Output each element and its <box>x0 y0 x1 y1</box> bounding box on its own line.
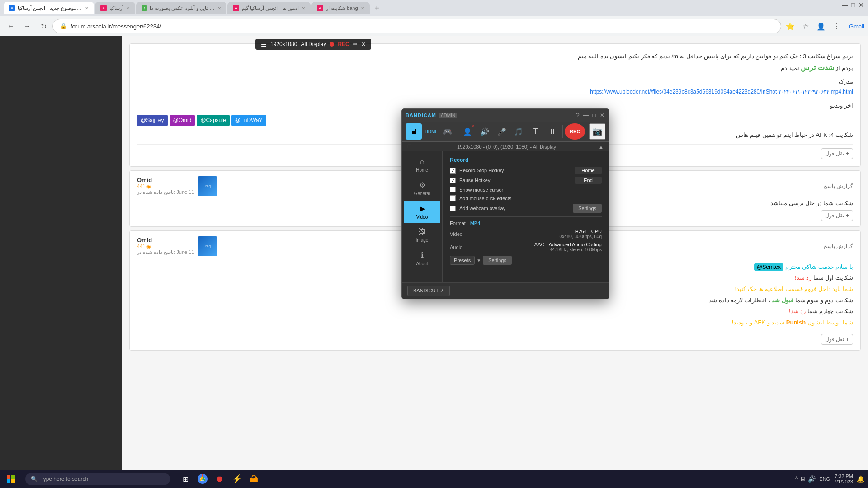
quote-button-reply1[interactable]: + نقل قول <box>821 210 853 221</box>
user-tag-sajjley[interactable]: SajjLey@ <box>137 115 168 127</box>
bdc-pause-btn[interactable]: ⏸ <box>544 123 561 140</box>
tab-2[interactable]: A آرساکیا ✕ <box>95 2 135 14</box>
tab-5[interactable]: A شکایت از bang ✕ <box>311 2 370 14</box>
format-settings-btn[interactable]: Settings <box>483 256 512 265</box>
taskbar-speaker-icon[interactable]: 🔊 <box>808 475 816 483</box>
tab-favicon-5: A <box>317 5 323 11</box>
nav-item-image[interactable]: 🖼 Image <box>404 224 440 246</box>
taskbar-rec-app[interactable]: ⏺ <box>212 471 228 487</box>
nav-about-label: About <box>416 261 428 266</box>
nav-image-label: Image <box>416 238 429 243</box>
nav-item-about[interactable]: ℹ About <box>404 247 440 270</box>
bdc-game-btn[interactable]: 🎮 <box>439 123 456 140</box>
tab-close-5[interactable]: ✕ <box>361 6 364 11</box>
presets-chevron-icon[interactable]: ▼ <box>476 258 481 263</box>
bdc-audio-btn[interactable]: 🎵 <box>510 123 527 140</box>
colored-line6: شما توسط ایشون Punish شدید و AFK و نبودن… <box>137 317 853 328</box>
bdc-webcam-btn[interactable]: 👤 ✕ <box>460 123 476 140</box>
tab-close-2[interactable]: ✕ <box>126 6 130 11</box>
win-close-btn[interactable]: ✕ <box>858 2 864 8</box>
window-controls: — □ ✕ <box>842 2 864 8</box>
bdc-screen-btn[interactable]: 🖥 <box>406 123 422 140</box>
reply-2-date: پاسخ داده شده در: June 11 <box>137 249 194 255</box>
new-tab-button[interactable]: + <box>371 2 383 14</box>
taskbar-unknown-app[interactable]: ⚡ <box>229 471 245 487</box>
record-hotkey-row: Record/Stop Hotkey Home <box>450 167 602 174</box>
taskbar-multitasking-btn[interactable]: ⊞ <box>177 471 193 487</box>
reply-1-date: پاسخ داده شده در: June 11 <box>137 189 194 195</box>
bandicam-body: ⌂ Home ⚙ General ▶ Video 🖼 Image ℹ About… <box>402 151 609 282</box>
taskbar-notification-icon[interactable]: 🔔 <box>857 475 864 483</box>
tab-close-1[interactable]: ✕ <box>85 6 89 11</box>
bandicam-titlebar: BANDICAM ADMIN ? — □ ✕ <box>402 109 609 122</box>
webcam-settings-btn[interactable]: Settings <box>573 204 602 213</box>
nav-item-home[interactable]: ⌂ Home <box>404 154 440 176</box>
taskbar-search-box[interactable]: 🔍 Type here to search <box>25 473 170 485</box>
bdc-text-btn[interactable]: T <box>528 123 544 140</box>
rec-dot <box>330 42 334 47</box>
presets-button[interactable]: Presets <box>450 256 475 265</box>
mouse-click-checkbox[interactable] <box>450 195 456 201</box>
browser-chrome: A ایجاد موضوع جدید - انجمن آرساکیا ✕ A آ… <box>0 0 868 36</box>
rec-button[interactable]: REC <box>565 123 585 140</box>
display-expand-icon[interactable]: ▲ <box>599 144 604 150</box>
tab-1[interactable]: A ایجاد موضوع جدید - انجمن آرساکیا ✕ <box>4 2 94 14</box>
reply-2-points: 441 ◉ <box>137 244 194 249</box>
quote-button-1[interactable]: + نقل قول <box>821 148 853 159</box>
quote-icon: + <box>846 150 849 157</box>
post-link[interactable]: https://www.uplooder.net//files/34e239e8… <box>137 87 853 97</box>
rec-hamburger-icon: ☰ <box>261 41 267 48</box>
bdc-minimize-btn[interactable]: — <box>583 112 589 118</box>
tab-close-3[interactable]: ✕ <box>217 6 221 11</box>
bandicam-bottom-bar: BANDICUT ↗ <box>402 282 609 299</box>
bookmark-button[interactable]: ☆ <box>798 19 813 33</box>
bdc-maximize-btn[interactable]: □ <box>591 112 597 118</box>
back-button[interactable]: ← <box>4 19 18 33</box>
bdc-mic-btn[interactable]: 🎤 <box>494 123 510 140</box>
svg-rect-0 <box>7 475 10 479</box>
nav-item-video[interactable]: ▶ Video <box>404 201 440 223</box>
extensions-button[interactable]: ⭐ <box>783 19 797 33</box>
bdc-help-icon[interactable]: ? <box>575 112 581 118</box>
reply-1-label[interactable]: گزارش پاسخ <box>824 183 853 189</box>
bdc-speaker-btn[interactable]: 🔊 <box>476 123 493 140</box>
win-maximize-btn[interactable]: □ <box>850 2 856 8</box>
profile-button[interactable]: 👤 <box>814 19 828 33</box>
nav-item-general[interactable]: ⚙ General <box>404 177 440 200</box>
tab-4[interactable]: A ادمین ها - انجمن آرساکیا گیم ✕ <box>227 2 311 14</box>
refresh-button[interactable]: ↻ <box>36 19 51 33</box>
bdc-close-btn[interactable]: ✕ <box>599 112 605 118</box>
address-bar[interactable]: 🔒 forum.arsacia.ir/messenger/62234/ <box>52 19 781 33</box>
chrome-icon <box>198 474 208 484</box>
sidebar <box>0 36 122 470</box>
bandicam-main-panel: Record Record/Stop Hotkey Home Pause Hot… <box>443 151 609 282</box>
win-minimize-btn[interactable]: — <box>842 2 848 8</box>
video-codec-row: Video H264 - CPU 0x480, 30.00fps, 80q <box>450 229 602 239</box>
taskbar-photos-app[interactable]: 🏔 <box>246 471 262 487</box>
quote-button-reply2[interactable]: + نقل قول <box>821 334 853 345</box>
semtex-tag[interactable]: Semtex@ <box>754 263 783 271</box>
gmail-link[interactable]: Gmail <box>849 23 864 30</box>
start-button[interactable] <box>0 470 22 488</box>
pause-hotkey-checkbox[interactable] <box>450 178 456 183</box>
more-button[interactable]: ⋮ <box>829 19 844 33</box>
tab-favicon-2: A <box>100 5 107 11</box>
bdc-hdmi-btn[interactable]: HDMI <box>423 123 439 140</box>
taskbar-chevron-icon[interactable]: ^ <box>795 475 798 483</box>
forward-button[interactable]: → <box>20 19 34 33</box>
taskbar-network-icon[interactable]: 🖥 <box>800 475 806 483</box>
rec-close-icon[interactable]: ✕ <box>361 41 366 47</box>
reply-2-label[interactable]: گزارش پاسخ <box>824 243 853 249</box>
bandicut-button[interactable]: BANDICUT ↗ <box>407 286 450 296</box>
bandicam-toolbar: 🖥 HDMI 🎮 👤 ✕ 🔊 🎤 🎵 T ⏸ REC 📷 <box>402 122 609 142</box>
user-tag-endway[interactable]: EnDWaY@ <box>231 115 266 127</box>
show-cursor-checkbox[interactable] <box>450 187 456 192</box>
webcam-overlay-checkbox[interactable] <box>450 206 456 211</box>
user-tag-capsule[interactable]: Capsule@ <box>197 115 229 127</box>
screenshot-btn[interactable]: 📷 <box>589 123 605 140</box>
record-hotkey-checkbox[interactable] <box>450 168 456 174</box>
tab-3[interactable]: ↑ آپلود فایل و آپلود عکس بصورت دا... ✕ <box>136 2 226 14</box>
tab-close-4[interactable]: ✕ <box>302 6 305 11</box>
user-tag-omid[interactable]: Omid@ <box>170 115 195 127</box>
taskbar-chrome-app[interactable] <box>194 471 211 487</box>
